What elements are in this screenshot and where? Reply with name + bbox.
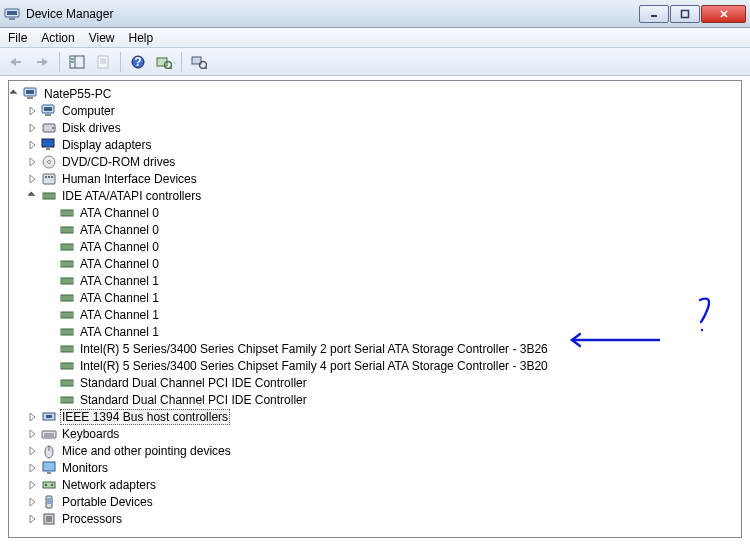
svg-rect-30 [45,114,51,116]
monitor-icon [41,460,57,476]
tree-item[interactable]: ATA Channel 1 [9,307,741,324]
minimize-button[interactable] [639,5,669,23]
tree-item[interactable]: IDE ATA/ATAPI controllers [9,188,741,205]
display-icon [41,137,57,153]
keyboard-icon [41,426,57,442]
tree-item-label: Intel(R) 5 Series/3400 Series Chipset Fa… [78,359,550,373]
tree-item[interactable]: NateP55-PC [9,86,741,103]
tree-item-label: Disk drives [60,121,123,135]
svg-rect-127 [47,472,51,474]
tree-item-label: ATA Channel 1 [78,325,161,339]
collapse-icon[interactable] [27,190,39,202]
tree-item-label: ATA Channel 0 [78,223,161,237]
scan-hardware-button[interactable] [152,51,176,73]
svg-rect-27 [27,97,33,99]
help-button[interactable]: ? [126,51,150,73]
ide-icon [59,205,75,221]
expand-icon[interactable] [27,479,39,491]
computer-icon [23,86,39,102]
svg-line-21 [170,67,172,69]
svg-rect-29 [44,107,52,111]
ieee1394-icon [41,409,57,425]
tree-item[interactable]: ATA Channel 0 [9,205,741,222]
expand-icon [45,394,57,406]
svg-rect-4 [682,10,689,17]
expand-icon[interactable] [27,513,39,525]
tree-item[interactable]: Portable Devices [9,494,741,511]
svg-point-36 [48,161,51,164]
svg-text:?: ? [134,55,141,69]
expand-icon[interactable] [27,173,39,185]
tree-item-label: Display adapters [60,138,153,152]
toolbar-separator [120,52,121,72]
tree-item[interactable]: DVD/CD-ROM drives [9,154,741,171]
show-hide-tree-button[interactable] [65,51,89,73]
tree-item[interactable]: Display adapters [9,137,741,154]
svg-point-32 [52,127,54,129]
maximize-button[interactable] [670,5,700,23]
svg-rect-33 [42,139,54,147]
tree-item[interactable]: ATA Channel 1 [9,290,741,307]
expand-icon[interactable] [27,156,39,168]
expand-icon[interactable] [27,139,39,151]
expand-icon[interactable] [27,496,39,508]
expand-icon[interactable] [27,105,39,117]
expand-icon[interactable] [27,445,39,457]
expand-icon [45,241,57,253]
expand-icon[interactable] [27,428,39,440]
network-icon [41,477,57,493]
menu-view[interactable]: View [89,31,115,45]
svg-rect-7 [16,61,21,63]
window-title: Device Manager [26,7,638,21]
tree-item[interactable]: Monitors [9,460,741,477]
expand-icon [45,275,57,287]
svg-rect-13 [98,56,108,68]
close-button[interactable] [701,5,746,23]
tree-item-label: ATA Channel 0 [78,257,161,271]
tree-item[interactable]: Standard Dual Channel PCI IDE Controller [9,392,741,409]
svg-line-24 [205,67,207,69]
tree-item[interactable]: ATA Channel 1 [9,324,741,341]
collapse-icon[interactable] [9,88,21,100]
svg-rect-12 [71,61,74,63]
tree-item[interactable]: Human Interface Devices [9,171,741,188]
tree-item[interactable]: ATA Channel 0 [9,222,741,239]
tree-item[interactable]: Intel(R) 5 Series/3400 Series Chipset Fa… [9,358,741,375]
properties-button[interactable] [91,51,115,73]
view-devices-button[interactable] [187,51,211,73]
toolbar-separator [181,52,182,72]
tree-item[interactable]: Processors [9,511,741,528]
tree-item[interactable]: Mice and other pointing devices [9,443,741,460]
tree-item[interactable]: Network adapters [9,477,741,494]
tree-item[interactable]: Keyboards [9,426,741,443]
tree-item[interactable]: Computer [9,103,741,120]
menu-action[interactable]: Action [41,31,74,45]
forward-button[interactable] [30,51,54,73]
menu-help[interactable]: Help [129,31,154,45]
tree-item-label: Standard Dual Channel PCI IDE Controller [78,376,309,390]
ide-icon [59,324,75,340]
tree-item-label: IEEE 1394 Bus host controllers [60,409,230,425]
device-tree-pane[interactable]: NateP55-PCComputerDisk drivesDisplay ada… [8,80,742,538]
ide-icon [59,273,75,289]
ide-icon [41,188,57,204]
dvd-icon [41,154,57,170]
expand-icon[interactable] [27,462,39,474]
expand-icon[interactable] [27,122,39,134]
menu-file[interactable]: File [8,31,27,45]
tree-item-label: ATA Channel 1 [78,308,161,322]
tree-item[interactable]: ATA Channel 1 [9,273,741,290]
tree-item[interactable]: Disk drives [9,120,741,137]
tree-item[interactable]: IEEE 1394 Bus host controllers [9,409,741,426]
tree-item[interactable]: Standard Dual Channel PCI IDE Controller [9,375,741,392]
mouse-icon [41,443,57,459]
expand-icon[interactable] [27,411,39,423]
tree-item[interactable]: Intel(R) 5 Series/3400 Series Chipset Fa… [9,341,741,358]
expand-icon [45,207,57,219]
tree-item-label: Monitors [60,461,110,475]
svg-rect-38 [45,176,47,178]
tree-item[interactable]: ATA Channel 0 [9,256,741,273]
app-icon [4,6,20,22]
tree-item[interactable]: ATA Channel 0 [9,239,741,256]
back-button[interactable] [4,51,28,73]
